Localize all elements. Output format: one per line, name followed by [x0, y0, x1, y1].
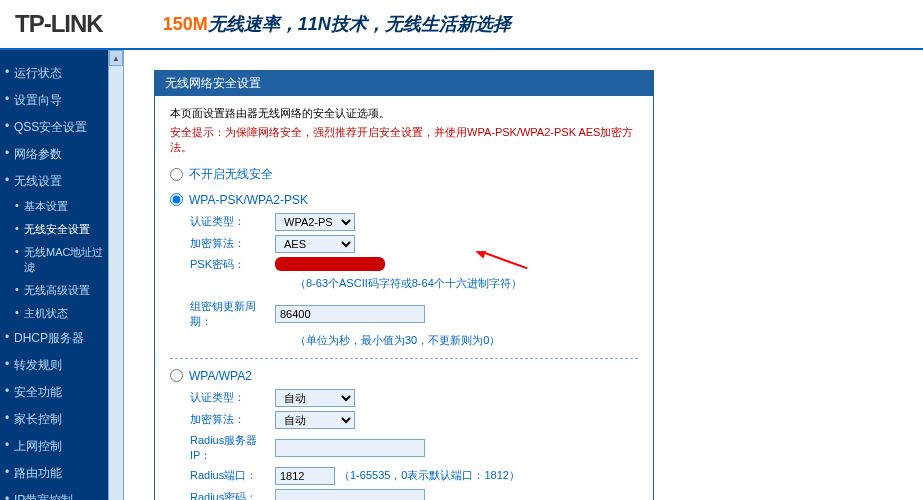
- input-radius-pw[interactable]: [275, 489, 425, 500]
- select-cipher[interactable]: AES: [275, 235, 355, 253]
- nav-parental[interactable]: 家长控制: [0, 406, 108, 433]
- lbl-auth2: 认证类型：: [190, 390, 275, 405]
- nav-wireless[interactable]: 无线设置: [0, 168, 108, 195]
- panel-title: 无线网络安全设置: [155, 71, 653, 96]
- input-radius-port[interactable]: [275, 467, 335, 485]
- app-header: TP-LINK 150M无线速率，11N技术，无线生活新选择: [0, 0, 923, 50]
- hint-psk: （8-63个ASCII码字符或8-64个十六进制字符）: [190, 276, 638, 291]
- security-warning: 安全提示：为保障网络安全，强烈推荐开启安全设置，并使用WPA-PSK/WPA2-…: [170, 125, 638, 156]
- lbl-psk: PSK密码：: [190, 257, 275, 272]
- nav-security[interactable]: 安全功能: [0, 379, 108, 406]
- brand-logo: TP-LINK: [15, 10, 103, 38]
- nav-forward[interactable]: 转发规则: [0, 352, 108, 379]
- lbl-cipher2: 加密算法：: [190, 412, 275, 427]
- nav-wireless-advanced[interactable]: 无线高级设置: [0, 279, 108, 302]
- lbl-cipher: 加密算法：: [190, 236, 275, 251]
- scrollbar[interactable]: ▲: [108, 50, 124, 500]
- radio-disable[interactable]: [170, 168, 183, 181]
- nav-wireless-security[interactable]: 无线安全设置: [0, 218, 108, 241]
- lbl-radius-pw: Radius密码：: [190, 490, 275, 500]
- lbl-auth: 认证类型：: [190, 214, 275, 229]
- select-wpa-auth[interactable]: 自动: [275, 389, 355, 407]
- lbl-radius-ip: Radius服务器IP：: [190, 433, 275, 463]
- opt-disable-security[interactable]: 不开启无线安全: [170, 166, 638, 183]
- sidebar-nav: 运行状态 设置向导 QSS安全设置 网络参数 无线设置 基本设置 无线安全设置 …: [0, 50, 108, 500]
- select-wpa-cipher[interactable]: 自动: [275, 411, 355, 429]
- opt-wpa[interactable]: WPA/WPA2: [170, 369, 638, 383]
- nav-network[interactable]: 网络参数: [0, 141, 108, 168]
- content-area: 无线网络安全设置 本页面设置路由器无线网络的安全认证选项。 安全提示：为保障网络…: [124, 50, 923, 500]
- radio-wpa[interactable]: [170, 369, 183, 382]
- nav-access[interactable]: 上网控制: [0, 433, 108, 460]
- nav-wireless-hosts[interactable]: 主机状态: [0, 302, 108, 325]
- nav-wizard[interactable]: 设置向导: [0, 87, 108, 114]
- nav-wireless-mac[interactable]: 无线MAC地址过滤: [0, 241, 108, 279]
- hint-port: （1-65535，0表示默认端口：1812）: [339, 468, 520, 483]
- settings-panel: 无线网络安全设置 本页面设置路由器无线网络的安全认证选项。 安全提示：为保障网络…: [154, 70, 654, 500]
- nav-bandwidth[interactable]: IP带宽控制: [0, 487, 108, 500]
- tagline: 150M无线速率，11N技术，无线生活新选择: [163, 12, 511, 36]
- opt-wpa-psk[interactable]: WPA-PSK/WPA2-PSK: [170, 193, 638, 207]
- hint-group: （单位为秒，最小值为30，不更新则为0）: [190, 333, 638, 348]
- radio-wpapsk[interactable]: [170, 193, 183, 206]
- psk-password-redacted: [275, 257, 385, 271]
- nav-qss[interactable]: QSS安全设置: [0, 114, 108, 141]
- lbl-group: 组密钥更新周期：: [190, 299, 275, 329]
- nav-status[interactable]: 运行状态: [0, 60, 108, 87]
- panel-desc: 本页面设置路由器无线网络的安全认证选项。: [170, 106, 638, 121]
- select-auth-type[interactable]: WPA2-PS: [275, 213, 355, 231]
- lbl-radius-port: Radius端口：: [190, 468, 275, 483]
- input-group-period[interactable]: [275, 305, 425, 323]
- nav-wireless-basic[interactable]: 基本设置: [0, 195, 108, 218]
- nav-routing[interactable]: 路由功能: [0, 460, 108, 487]
- scroll-up-icon[interactable]: ▲: [109, 50, 123, 66]
- nav-dhcp[interactable]: DHCP服务器: [0, 325, 108, 352]
- input-radius-ip[interactable]: [275, 439, 425, 457]
- divider: [170, 358, 638, 359]
